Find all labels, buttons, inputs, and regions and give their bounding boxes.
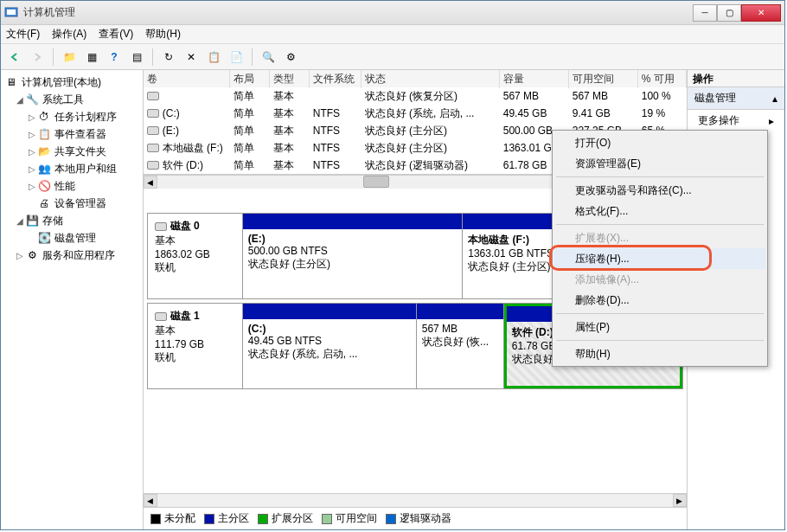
context-explorer[interactable]: 资源管理器(E) <box>554 153 765 174</box>
col-capacity[interactable]: 容量 <box>500 70 569 88</box>
disk-1-partition-recovery[interactable]: 567 MB 状态良好 (恢... <box>417 304 504 388</box>
tree-shared-label: 共享文件夹 <box>54 144 106 159</box>
partition-size: 500.00 GB NTFS <box>248 245 457 257</box>
actions-section[interactable]: 磁盘管理▴ <box>688 87 784 110</box>
context-change-letter[interactable]: 更改驱动器号和路径(C)... <box>554 180 765 201</box>
tree-diskmgmt-label: 磁盘管理 <box>54 231 96 246</box>
volume-type: 基本 <box>270 122 310 140</box>
context-shrink[interactable]: 压缩卷(H)... <box>554 248 765 269</box>
tree-scheduler[interactable]: ▷⏱任务计划程序 <box>3 108 141 125</box>
disk-scrollbar[interactable]: ◀ ▶ <box>144 493 687 507</box>
scroll-left-icon[interactable]: ◀ <box>144 494 157 507</box>
volume-layout: 简单 <box>230 157 270 175</box>
col-free[interactable]: 可用空间 <box>569 70 638 88</box>
menu-help[interactable]: 帮助(H) <box>145 27 181 42</box>
settings-icon[interactable]: ⚙ <box>282 48 299 66</box>
collapse-icon: ▴ <box>772 93 777 105</box>
tree-users[interactable]: ▷👥本地用户和组 <box>3 160 141 177</box>
volume-capacity: 49.45 GB <box>500 106 569 121</box>
disk-0-size: 1863.02 GB <box>155 248 235 260</box>
volume-status: 状态良好 (系统, 启动, ... <box>362 105 500 123</box>
table-row[interactable]: 简单基本状态良好 (恢复分区)567 MB567 MB100 % <box>144 87 687 105</box>
tree-shared[interactable]: ▷📂共享文件夹 <box>3 143 141 160</box>
drive-icon <box>147 144 159 152</box>
legend-logical: 逻辑驱动器 <box>386 511 451 526</box>
partition-status: 状态良好 (系统, 启动, ... <box>248 347 411 362</box>
table-row[interactable]: (C:)简单基本NTFS状态良好 (系统, 启动, ...49.45 GB9.4… <box>144 105 687 122</box>
col-filesystem[interactable]: 文件系统 <box>310 70 362 88</box>
context-open[interactable]: 打开(O) <box>554 132 765 153</box>
scroll-right-icon[interactable]: ▶ <box>673 494 687 507</box>
col-layout[interactable]: 布局 <box>230 70 270 88</box>
disk-1-type: 基本 <box>155 324 235 338</box>
forward-button[interactable] <box>29 48 46 66</box>
refresh-icon[interactable]: ↻ <box>160 48 177 66</box>
col-percent[interactable]: % 可用 <box>638 70 687 88</box>
tree-scheduler-label: 任务计划程序 <box>54 110 117 125</box>
search-icon[interactable]: 🔍 <box>259 48 277 66</box>
menu-action[interactable]: 操作(A) <box>52 27 86 42</box>
disk-1-label[interactable]: 磁盘 1 基本 111.79 GB 联机 <box>148 304 243 388</box>
tree-services[interactable]: ▷⚙服务和应用程序 <box>3 247 141 264</box>
volume-status: 状态良好 (恢复分区) <box>362 87 500 106</box>
tree-storage[interactable]: ◢💾存储 <box>3 212 141 229</box>
legend: 未分配 主分区 扩展分区 可用空间 逻辑驱动器 <box>144 507 687 529</box>
volume-type: 基本 <box>270 105 310 123</box>
app-icon <box>4 6 18 20</box>
volume-fs <box>310 94 362 98</box>
drive-icon <box>147 126 159 135</box>
tree-devmgr-label: 设备管理器 <box>54 196 106 211</box>
drive-icon <box>147 109 159 118</box>
folder-icon[interactable]: 📁 <box>61 48 78 66</box>
legend-free: 可用空间 <box>322 511 377 526</box>
menu-view[interactable]: 查看(V) <box>99 27 133 42</box>
tree-devmgr[interactable]: 🖨设备管理器 <box>3 195 141 212</box>
partition-size: 49.45 GB NTFS <box>248 335 411 347</box>
col-volume[interactable]: 卷 <box>144 70 230 88</box>
props-icon[interactable]: 📄 <box>227 48 245 66</box>
disk-1-size: 111.79 GB <box>155 338 235 350</box>
tree-perf[interactable]: ▷🚫性能 <box>3 177 141 195</box>
tree-services-label: 服务和应用程序 <box>42 248 115 263</box>
col-type[interactable]: 类型 <box>270 70 310 88</box>
volume-layout: 简单 <box>230 122 270 140</box>
volume-name: (E:) <box>163 125 179 137</box>
view-icon[interactable]: ▦ <box>83 48 100 66</box>
tree-root[interactable]: 🖥计算机管理(本地) <box>3 74 141 91</box>
context-menu: 打开(O) 资源管理器(E) 更改驱动器号和路径(C)... 格式化(F)...… <box>552 130 768 367</box>
disk-icon <box>155 312 167 321</box>
delete-icon[interactable]: ✕ <box>182 48 200 66</box>
minimize-button[interactable]: ─ <box>693 4 717 22</box>
disk-0-status: 联机 <box>155 260 235 275</box>
tree-users-label: 本地用户和组 <box>54 162 117 176</box>
tree-eventviewer[interactable]: ▷📋事件查看器 <box>3 125 141 143</box>
volume-name: (C:) <box>163 107 180 119</box>
menu-file[interactable]: 文件(F) <box>6 27 40 42</box>
context-properties[interactable]: 属性(P) <box>554 317 765 337</box>
tool-icon[interactable]: ▤ <box>128 48 145 66</box>
context-delete[interactable]: 删除卷(D)... <box>554 290 765 311</box>
volume-layout: 简单 <box>230 87 270 106</box>
list-icon[interactable]: 📋 <box>205 48 222 66</box>
back-button[interactable] <box>6 48 23 66</box>
tree-eventviewer-label: 事件查看器 <box>54 127 106 142</box>
volume-fs: NTFS <box>310 106 362 121</box>
col-status[interactable]: 状态 <box>362 70 500 88</box>
close-button[interactable]: ✕ <box>741 4 781 22</box>
help-icon[interactable]: ? <box>106 48 123 66</box>
volume-capacity: 567 MB <box>500 88 569 104</box>
tree-systools[interactable]: ◢🔧系统工具 <box>3 91 141 108</box>
context-format[interactable]: 格式化(F)... <box>554 201 765 221</box>
scroll-left-icon[interactable]: ◀ <box>144 176 157 189</box>
context-help[interactable]: 帮助(H) <box>554 343 765 364</box>
actions-more[interactable]: 更多操作▸ <box>688 110 784 131</box>
disk-0-partition-e[interactable]: (E:) 500.00 GB NTFS 状态良好 (主分区) <box>243 214 464 298</box>
volume-type: 基本 <box>270 157 310 175</box>
volume-layout: 简单 <box>230 139 270 157</box>
table-header: 卷 布局 类型 文件系统 状态 容量 可用空间 % 可用 <box>144 70 687 87</box>
tree-diskmgmt[interactable]: 💽磁盘管理 <box>3 229 141 247</box>
disk-0-label[interactable]: 磁盘 0 基本 1863.02 GB 联机 <box>148 214 243 298</box>
maximize-button[interactable]: ▢ <box>717 4 741 22</box>
disk-1-partition-c[interactable]: (C:) 49.45 GB NTFS 状态良好 (系统, 启动, ... <box>243 304 417 388</box>
volume-fs: NTFS <box>310 157 362 173</box>
